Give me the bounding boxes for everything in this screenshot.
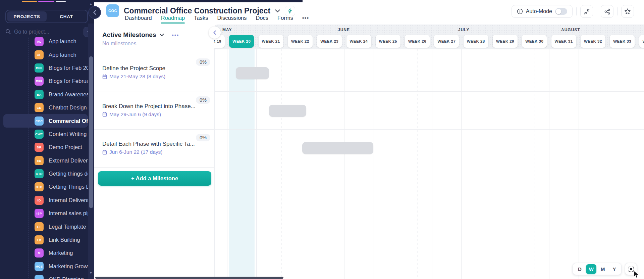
- nav-tab[interactable]: Dashboard: [125, 15, 152, 24]
- project-name: Content Writing Cale...: [49, 131, 94, 137]
- view-option-button[interactable]: W: [586, 264, 596, 274]
- week-gridline: [637, 49, 637, 279]
- project-avatar: AL: [35, 37, 44, 46]
- project-avatar: COC: [106, 4, 119, 17]
- nav-tab[interactable]: Discussions: [217, 15, 247, 24]
- sidebar-project-item[interactable]: CWC Content Writing Cale...: [0, 128, 94, 141]
- nav-tab-more[interactable]: •••: [302, 15, 309, 24]
- week-chip[interactable]: WEEK 29: [493, 35, 518, 48]
- milestone-name: Break Down the Project into Phase...: [102, 103, 196, 110]
- row-separator: [214, 55, 644, 55]
- project-name: Marketing: [49, 250, 73, 256]
- project-avatar: ID: [35, 196, 44, 205]
- week-chip[interactable]: WEEK 33: [610, 35, 635, 48]
- week-chip[interactable]: WEEK 30: [522, 35, 547, 48]
- week-gridline: [520, 49, 520, 279]
- chevron-down-icon[interactable]: [275, 9, 280, 12]
- sidebar-project-item[interactable]: COC Commercial Office ...: [3, 114, 88, 127]
- week-chip[interactable]: WEEK 21: [259, 35, 283, 48]
- project-avatar: GTD: [35, 182, 44, 191]
- milestone-row[interactable]: 0% Break Down the Project into Phase... …: [94, 92, 214, 130]
- project-avatar: LB: [35, 235, 44, 244]
- sidebar-project-item[interactable]: GTD Getting things done: [0, 167, 94, 180]
- month-boundary-line: [535, 49, 535, 279]
- sidebar-project-item[interactable]: CD Chatbot Design: [0, 101, 94, 114]
- auto-mode-button[interactable]: Auto-Mode: [512, 5, 573, 18]
- sidebar-project-item[interactable]: GTD Getting Things Done...: [0, 180, 94, 193]
- sidebar-project-item[interactable]: BFF Blogs for February 2...: [0, 75, 94, 88]
- milestone-dates-text: May 21-May 28 (8 days): [109, 74, 165, 80]
- week-chip[interactable]: WEEK 24: [346, 35, 371, 48]
- week-chip[interactable]: WEEK 26: [405, 35, 430, 48]
- panel-divider: [214, 49, 215, 277]
- week-gridline: [608, 49, 608, 279]
- share-button[interactable]: [601, 5, 613, 18]
- scroll-up-icon[interactable]: ▲: [89, 2, 93, 6]
- view-option-button[interactable]: Y: [609, 264, 620, 274]
- sidebar-collapse-button[interactable]: [88, 6, 101, 19]
- calendar-icon: [102, 74, 107, 79]
- horizontal-scrollbar-thumb[interactable]: [95, 277, 283, 279]
- view-option-button[interactable]: M: [598, 264, 608, 274]
- tab-chat[interactable]: CHAT: [47, 11, 86, 21]
- week-chip[interactable]: WEEK 23: [317, 35, 342, 48]
- sidebar-project-item[interactable]: BFF Blogs for Feb 2024: [0, 61, 94, 75]
- tab-projects[interactable]: PROJECTS: [7, 11, 47, 21]
- project-name: Link Building: [49, 237, 80, 243]
- sidebar-project-item[interactable]: ED External Deliverables: [0, 154, 94, 167]
- sidebar-project-item[interactable]: DP Demo Project: [0, 141, 94, 154]
- chevron-down-icon[interactable]: [160, 34, 164, 36]
- favorite-button[interactable]: [621, 5, 634, 18]
- timeline-scroll-left-button[interactable]: [209, 27, 221, 39]
- project-avatar: ED: [35, 156, 44, 165]
- week-gridline: [344, 49, 344, 279]
- sidebar-project-item[interactable]: OKR OKR Planning: [0, 273, 94, 279]
- week-chip[interactable]: WEEK 20: [229, 35, 254, 48]
- milestone-row[interactable]: 0% Detail Each Phase with Specific Ta...…: [94, 130, 214, 168]
- milestone-dates: May 21-May 28 (8 days): [102, 74, 165, 80]
- sidebar-scrollbar-thumb[interactable]: [89, 56, 93, 208]
- project-avatar: GTD: [35, 169, 44, 178]
- collapse-view-button[interactable]: [580, 5, 593, 18]
- milestone-bar[interactable]: [236, 67, 269, 79]
- week-chip[interactable]: WEEK 32: [581, 35, 605, 48]
- sidebar-project-item[interactable]: ID Internal Deliverables: [0, 194, 94, 207]
- add-milestone-button[interactable]: + Add a Milestone: [98, 171, 211, 186]
- clipped-top-row: [22, 1, 37, 2]
- week-chip[interactable]: WEEK 34: [639, 35, 644, 48]
- week-gridline: [286, 49, 286, 279]
- nav-tab[interactable]: Roadmap: [161, 15, 185, 24]
- sidebar-project-item[interactable]: LT Legal Template: [0, 220, 94, 233]
- divider: [576, 7, 577, 15]
- week-chip[interactable]: WEEK 28: [464, 35, 488, 48]
- milestone-bar[interactable]: [302, 142, 373, 154]
- search-input[interactable]: [14, 29, 84, 35]
- project-name: Internal sales pipeline: [49, 210, 94, 217]
- quick-actions-button[interactable]: [285, 6, 295, 16]
- sidebar-project-item[interactable]: AL App launch: [0, 35, 94, 48]
- sidebar-project-item[interactable]: MGS Marketing Growth St...: [0, 260, 94, 273]
- nav-tab[interactable]: Forms: [277, 15, 293, 24]
- project-name: External Deliverables: [49, 157, 94, 164]
- calendar-icon: [102, 112, 107, 117]
- week-chip[interactable]: WEEK 22: [288, 35, 313, 48]
- auto-mode-toggle[interactable]: [555, 8, 567, 15]
- milestone-row[interactable]: 0% Define the Project Scope May 21-May 2…: [94, 54, 214, 92]
- month-label: MAY: [222, 28, 232, 32]
- week-chip[interactable]: WEEK 25: [376, 35, 400, 48]
- week-chip[interactable]: WEEK 31: [551, 35, 576, 48]
- milestones-panel-title[interactable]: Active Milestones: [102, 31, 156, 39]
- nav-tab[interactable]: Tasks: [194, 15, 208, 24]
- sidebar-project-item[interactable]: ISP Internal sales pipeline: [0, 207, 94, 220]
- week-chip[interactable]: WEEK 27: [434, 35, 459, 48]
- sidebar-project-item[interactable]: AL App launch: [0, 48, 94, 61]
- scroll-down-icon[interactable]: ▼: [89, 271, 93, 275]
- milestone-bar[interactable]: [269, 105, 306, 117]
- nav-tab[interactable]: Docs: [256, 15, 269, 24]
- sidebar-project-item[interactable]: BA Brand Awareness: [0, 88, 94, 101]
- view-option-button[interactable]: D: [575, 264, 585, 274]
- sidebar-project-item[interactable]: LB Link Building: [0, 233, 94, 246]
- fullscreen-button[interactable]: [625, 263, 637, 275]
- sidebar-project-item[interactable]: M Marketing: [0, 246, 94, 260]
- milestones-menu-icon[interactable]: •••: [172, 32, 179, 38]
